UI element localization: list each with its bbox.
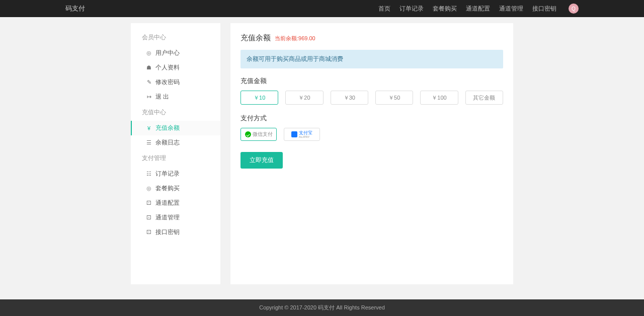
amount-option[interactable]: ￥100	[420, 91, 458, 105]
log-icon: ☰	[146, 140, 152, 146]
nav-orders[interactable]: 订单记录	[399, 5, 424, 13]
sidebar-item-label: 充值余额	[155, 124, 180, 132]
sidebar-item-label: 接口密钥	[155, 228, 180, 236]
sidebar-item-label: 套餐购买	[155, 184, 180, 193]
nav-channel-manage[interactable]: 通道管理	[499, 5, 523, 13]
sidebar-item-label: 个人资料	[155, 63, 180, 72]
sidebar-item[interactable]: ◎用户中心	[131, 46, 220, 60]
sidebar-item[interactable]: ✎修改密码	[131, 75, 220, 90]
amount-option[interactable]: 其它金额	[465, 91, 503, 105]
sidebar-item-label: 通道配置	[155, 199, 180, 207]
sidebar-item-label: 通道管理	[155, 213, 180, 222]
nav-api-key[interactable]: 接口密钥	[532, 5, 556, 13]
sidebar-item-label: 退 出	[155, 93, 169, 101]
nav-package[interactable]: 套餐购买	[433, 5, 457, 13]
sidebar-item[interactable]: ◎套餐购买	[131, 181, 220, 196]
lock-icon: ⚀	[146, 215, 152, 221]
pay-option-alipay[interactable]: 支付宝ALIPAY	[284, 128, 320, 141]
amount-option[interactable]: ￥10	[240, 91, 278, 105]
nav-channel-config[interactable]: 通道配置	[466, 5, 490, 13]
sidebar-item-label: 订单记录	[155, 170, 180, 178]
nav-home[interactable]: 首页	[378, 5, 390, 13]
sidebar-item[interactable]: ¥充值余额	[131, 121, 220, 135]
sidebar-group-title: 充值中心	[131, 104, 220, 121]
sidebar-item[interactable]: ↦退 出	[131, 90, 220, 104]
order-icon: ☷	[146, 171, 152, 177]
alipay-icon	[291, 131, 297, 137]
amount-option[interactable]: ￥20	[285, 91, 323, 105]
sidebar-group-title: 会员中心	[131, 29, 220, 46]
amount-section-label: 充值金额	[240, 76, 503, 86]
balance-text: 当前余额:969.00	[275, 35, 315, 42]
sidebar-item[interactable]: ⚀接口密钥	[131, 225, 220, 240]
amount-option[interactable]: ￥50	[375, 91, 413, 105]
pay-options: 微信支付支付宝ALIPAY	[240, 128, 503, 141]
brand-logo[interactable]: 码支付	[65, 4, 85, 13]
submit-recharge-button[interactable]: 立即充值	[240, 152, 283, 169]
lock-icon: ⚀	[146, 200, 152, 206]
pay-option-label: 支付宝ALIPAY	[299, 131, 312, 138]
sidebar-item[interactable]: ☰余额日志	[131, 135, 220, 150]
profile-icon: ☗	[146, 65, 152, 71]
sidebar-item[interactable]: ☷订单记录	[131, 167, 220, 181]
sidebar-item-label: 修改密码	[155, 78, 180, 87]
user-circle-icon: ◎	[146, 50, 152, 56]
sidebar-item[interactable]: ⚀通道管理	[131, 210, 220, 225]
yen-icon: ¥	[146, 125, 152, 131]
sidebar-item[interactable]: ⚀通道配置	[131, 196, 220, 210]
info-alert: 余额可用于购买商品或用于商城消费	[240, 50, 503, 68]
page-title: 充值余额	[240, 33, 271, 43]
sidebar-item-label: 用户中心	[155, 49, 180, 57]
top-nav: 首页 订单记录 套餐购买 通道配置 通道管理 接口密钥 Q	[378, 4, 579, 14]
pay-section-label: 支付方式	[240, 114, 503, 123]
sidebar-group-title: 支付管理	[131, 150, 220, 167]
package-icon: ◎	[146, 186, 152, 192]
main-panel: 充值余额 当前余额:969.00 余额可用于购买商品或用于商城消费 充值金额 ￥…	[230, 23, 513, 284]
pay-option-label: 微信支付	[253, 131, 273, 138]
avatar[interactable]: Q	[569, 4, 579, 14]
amount-options: ￥10￥20￥30￥50￥100其它金额	[240, 91, 503, 105]
wechat-icon	[245, 131, 251, 137]
lock-icon: ⚀	[146, 229, 152, 235]
logout-icon: ↦	[146, 94, 152, 100]
pay-option-wechat[interactable]: 微信支付	[240, 128, 277, 141]
topbar: 码支付 首页 订单记录 套餐购买 通道配置 通道管理 接口密钥 Q	[0, 0, 644, 17]
key-icon: ✎	[146, 80, 152, 86]
sidebar-item[interactable]: ☗个人资料	[131, 60, 220, 75]
amount-option[interactable]: ￥30	[331, 91, 368, 105]
footer: Copyright © 2017-2020 码支付 All Rights Res…	[0, 299, 644, 316]
sidebar-item-label: 余额日志	[155, 138, 180, 147]
sidebar: 会员中心◎用户中心☗个人资料✎修改密码↦退 出充值中心¥充值余额☰余额日志支付管…	[131, 23, 220, 284]
